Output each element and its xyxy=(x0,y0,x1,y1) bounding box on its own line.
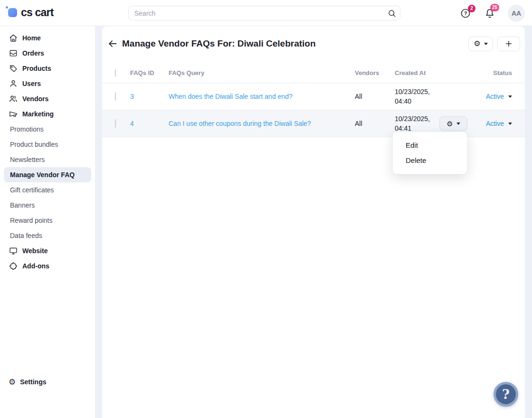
sidebar-item-reward-points[interactable]: Reward points xyxy=(0,213,95,228)
page-actions: ⚙ xyxy=(468,37,520,51)
sidebar-item-newsletters[interactable]: Newsletters xyxy=(0,152,95,167)
header-actions: ? 2 25 AA xyxy=(459,0,525,26)
user-icon xyxy=(9,79,18,88)
megaphone-icon xyxy=(9,109,18,119)
monitor-icon xyxy=(9,246,18,256)
vendors-cell: All xyxy=(355,120,395,127)
faq-id-link[interactable]: 4 xyxy=(130,120,134,127)
question-mark-icon: ? xyxy=(502,387,510,402)
tag-icon xyxy=(9,64,18,73)
sidebar-item-label: Marketing xyxy=(22,110,54,118)
sidebar-item-manage-vendor-faq[interactable]: Manage Vendor FAQ xyxy=(4,167,91,182)
search-input[interactable] xyxy=(129,10,384,17)
sidebar-item-products[interactable]: Products xyxy=(0,61,95,76)
column-header-status: Status xyxy=(471,69,512,76)
search-box xyxy=(128,6,400,20)
sidebar-item-website[interactable]: Website xyxy=(0,243,95,258)
app-window: cs cart ? 2 25 AA xyxy=(0,0,532,418)
faq-id-link[interactable]: 3 xyxy=(130,93,134,100)
cscart-logo-icon xyxy=(8,8,17,17)
avatar[interactable]: AA xyxy=(508,5,525,22)
chevron-down-icon xyxy=(508,95,512,98)
table-header-row: FAQs ID FAQs Query Vendors Created At St… xyxy=(102,63,525,83)
sidebar-item-addons[interactable]: Add-ons xyxy=(0,258,95,274)
search-icon[interactable] xyxy=(384,9,400,18)
status-dropdown[interactable]: Active xyxy=(471,93,512,100)
sidebar-item-marketing[interactable]: Marketing xyxy=(0,106,95,122)
gear-icon: ⚙ xyxy=(474,40,480,48)
select-all-checkbox[interactable] xyxy=(115,69,116,77)
home-icon xyxy=(9,33,18,43)
page-header: Manage Vendor FAQs For: Diwali Celebrati… xyxy=(106,36,520,51)
row-gear-dropdown-button[interactable]: ⚙ xyxy=(439,116,467,131)
sidebar-item-users[interactable]: Users xyxy=(0,76,95,91)
sidebar-item-label: Vendors xyxy=(22,95,48,103)
chevron-down-icon xyxy=(456,123,460,125)
column-header-created: Created At xyxy=(395,69,471,76)
column-header-id: FAQs ID xyxy=(130,69,169,76)
sidebar-item-label: Add-ons xyxy=(22,262,49,270)
column-header-query: FAQs Query xyxy=(169,69,355,76)
created-at-cell: 10/23/2025, 04:41 xyxy=(395,114,435,133)
faq-query-link[interactable]: When does the Diwali Sale start and end? xyxy=(169,93,293,100)
sidebar-nav: Home Orders Products Users Vendors Marke… xyxy=(0,26,95,274)
faqs-table: FAQs ID FAQs Query Vendors Created At St… xyxy=(102,63,525,137)
created-at-cell: 10/23/2025, 04:40 xyxy=(395,87,435,106)
sidebar-item-data-feeds[interactable]: Data feeds xyxy=(0,228,95,243)
menu-item-edit[interactable]: Edit xyxy=(393,137,467,152)
sidebar-item-label: Website xyxy=(22,247,48,255)
gear-icon: ⚙ xyxy=(9,378,16,386)
table-row: 3 When does the Diwali Sale start and en… xyxy=(102,83,525,110)
help-badge: 2 xyxy=(468,5,475,12)
status-label: Active xyxy=(486,120,504,127)
notifications-button[interactable]: 25 xyxy=(484,7,496,19)
sidebar-item-banners[interactable]: Banners xyxy=(0,198,95,213)
row-checkbox[interactable] xyxy=(115,92,116,101)
add-faq-button[interactable] xyxy=(497,37,520,51)
faq-query-link[interactable]: Can I use other coupons during the Diwal… xyxy=(169,120,311,127)
main-content: Manage Vendor FAQs For: Diwali Celebrati… xyxy=(102,26,525,418)
sidebar-item-promotions[interactable]: Promotions xyxy=(0,122,95,137)
sidebar: Home Orders Products Users Vendors Marke… xyxy=(0,26,95,418)
chevron-down-icon xyxy=(484,43,488,45)
sidebar-item-settings[interactable]: ⚙ Settings xyxy=(0,374,46,390)
chevron-down-icon xyxy=(508,123,512,125)
arrow-left-icon xyxy=(107,38,118,49)
help-fab-button[interactable]: ? xyxy=(494,382,518,407)
plus-icon xyxy=(504,39,513,48)
sidebar-item-home[interactable]: Home xyxy=(0,30,95,46)
menu-item-delete[interactable]: Delete xyxy=(393,152,467,168)
sidebar-item-product-bundles[interactable]: Product bundles xyxy=(0,137,95,152)
status-dropdown[interactable]: Active xyxy=(471,120,512,127)
column-header-vendors: Vendors xyxy=(355,69,395,76)
sidebar-item-orders[interactable]: Orders xyxy=(0,46,95,61)
top-header: cs cart ? 2 25 AA xyxy=(0,0,532,26)
help-button[interactable]: ? 2 xyxy=(459,7,472,19)
cscart-logo[interactable]: cs cart xyxy=(8,6,54,19)
sidebar-item-label: Users xyxy=(22,80,41,87)
page-gear-dropdown-button[interactable]: ⚙ xyxy=(468,37,493,51)
back-button[interactable] xyxy=(106,38,119,50)
gear-icon: ⚙ xyxy=(446,120,453,127)
logo-text: cs cart xyxy=(21,6,54,19)
svg-text:?: ? xyxy=(464,10,467,16)
sidebar-item-label: Settings xyxy=(20,378,46,386)
sidebar-item-gift-certificates[interactable]: Gift certificates xyxy=(0,182,95,198)
vendors-icon xyxy=(9,94,18,104)
row-context-menu: Edit Delete xyxy=(392,132,467,174)
sidebar-item-label: Orders xyxy=(22,49,44,57)
status-label: Active xyxy=(486,93,504,100)
row-checkbox[interactable] xyxy=(115,119,116,128)
orders-icon xyxy=(9,48,18,58)
sidebar-item-vendors[interactable]: Vendors xyxy=(0,91,95,106)
puzzle-icon xyxy=(9,261,18,271)
sidebar-item-label: Home xyxy=(22,34,41,42)
vendors-cell: All xyxy=(355,93,395,100)
sidebar-item-label: Products xyxy=(22,65,51,72)
notifications-badge: 25 xyxy=(490,4,499,11)
page-title: Manage Vendor FAQs For: Diwali Celebrati… xyxy=(122,38,316,49)
